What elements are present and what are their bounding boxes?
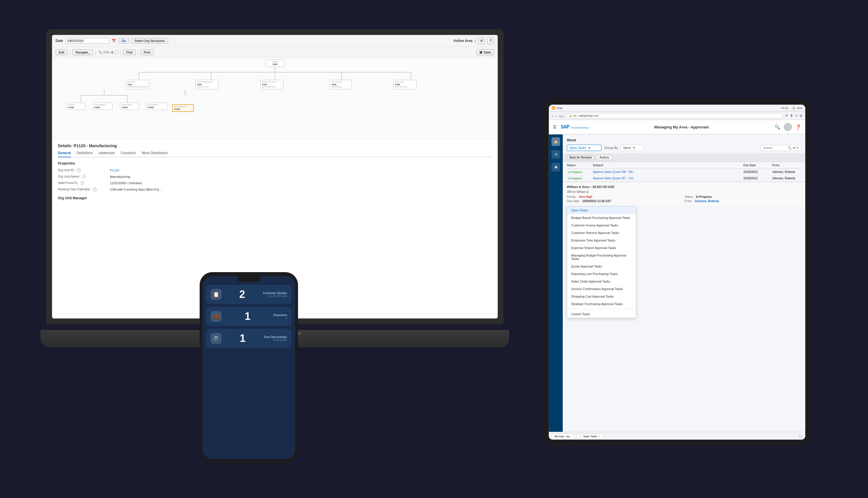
date-input[interactable] — [65, 38, 109, 44]
refresh-icon[interactable]: ↺ — [785, 114, 788, 118]
help-icon[interactable]: ? — [487, 37, 494, 44]
sidebar-star-icon[interactable]: ✱ — [552, 163, 560, 171]
close-tab-icon[interactable]: ✕ — [598, 435, 600, 438]
phone-card-2[interactable]: 💼 1 Expenses 0 — [206, 307, 292, 326]
dropdown-item-customer-returns[interactable]: Customer Returns Approval Tasks — [567, 229, 636, 237]
share-icon[interactable]: ⬆ — [790, 114, 793, 118]
tab-general[interactable]: General — [58, 151, 71, 157]
subject-link-1[interactable]: Approve Sales Quote 286 - Wil... — [593, 170, 743, 173]
col-from: From — [772, 164, 801, 167]
back-for-revision-btn[interactable]: Back for Revision — [567, 155, 595, 160]
help-icon[interactable]: ❓ — [795, 124, 801, 130]
tab-work-distribution[interactable]: Work Distribution — [142, 151, 168, 157]
fullscreen-icon[interactable]: ⛶ — [115, 50, 118, 54]
browser-forward-btn[interactable]: › — [555, 114, 556, 118]
open-tasks-dropdown[interactable]: Open Tasks ▼ — [567, 145, 601, 151]
select-org-button[interactable]: Select Org Structures — [131, 38, 168, 44]
dropdown-item-employee-time[interactable]: Employee Time Approval Tasks — [567, 237, 636, 244]
table-row-1[interactable]: In Progress Approve Sales Quote 286 - Wi… — [567, 169, 801, 175]
battery-value: 51% — [797, 107, 802, 109]
card-1-icon: 📋 — [211, 289, 222, 300]
dropdown-item-sales-order[interactable]: Sales Order Approval Tasks — [567, 278, 636, 285]
dropdown-item-budget[interactable]: Budget Based Purchasing Approval Tasks — [567, 214, 636, 222]
card-3-sub: 10:00 Hours — [263, 339, 287, 342]
bottom-tab-2[interactable]: 📄 Open Tasks ✕ — [576, 434, 603, 439]
fullscreen-icon-bottom[interactable]: ⛶ — [800, 435, 802, 438]
browser-back-btn[interactable]: ‹ — [552, 114, 553, 118]
go-button[interactable]: Go — [118, 38, 129, 44]
tab-definitions[interactable]: Definitions — [77, 151, 93, 157]
tab-addresses[interactable]: Addresses — [99, 151, 115, 157]
bottom-tab-1-label: My Area - Ap... — [554, 435, 571, 438]
table-label: Table — [483, 51, 491, 54]
refresh-icon[interactable]: ↺ — [478, 37, 485, 44]
zoom-value: 27% — [103, 51, 110, 54]
actions-btn[interactable]: Actions, — [597, 155, 612, 160]
tabs-icon[interactable]: ⧉ — [800, 114, 802, 118]
bottom-tab-1[interactable]: My Area - Ap... — [552, 434, 574, 439]
phone-card-1[interactable]: 📋 2 Customer Quotes 112,357.50 USD — [206, 285, 292, 304]
dropdown-item-quote[interactable]: Quote Approval Tasks — [567, 263, 636, 270]
card-2-sub: 0 — [273, 317, 287, 319]
phone-content: 📋 2 Customer Quotes 112,357.50 USD 💼 1 E… — [203, 276, 295, 351]
work-section-label: Work — [563, 134, 805, 145]
zoom-plus-icon[interactable]: ⊕ — [111, 50, 114, 54]
org-chart-area: Posting P300 Antfra Nu... P310 Carleton … — [52, 58, 498, 139]
card-2-number: 1 — [225, 310, 270, 323]
tablet: 📶 iPad 07:19 🔋 51% ‹ › 📖 🔒 my .sapbydesi… — [544, 99, 810, 446]
dropdown-item-open-tasks[interactable]: Open Tasks — [567, 207, 636, 214]
edit-button[interactable]: Edit — [55, 50, 67, 55]
url-bar[interactable]: 🔒 my .sapbydesign.com — [566, 113, 783, 118]
work-day-label: Working Day Calendar: ? — [58, 187, 110, 192]
group-by-select[interactable]: None ▼ — [621, 145, 644, 151]
print-button[interactable]: Print — [141, 50, 154, 55]
prop-row-orgid: Org Unit ID: ? P1120 — [58, 168, 492, 172]
hamburger-menu-btn[interactable]: ☰ — [553, 124, 557, 129]
info-icon-4[interactable]: ? — [93, 187, 97, 192]
user-avatar[interactable] — [784, 123, 792, 131]
dropdown-item-shopping-cart[interactable]: Shopping Cart Approval Tasks — [567, 293, 636, 300]
filter-icon[interactable]: ▽ — [796, 146, 799, 149]
info-icon-2[interactable]: ? — [82, 175, 86, 179]
card-2-icon: 💼 — [211, 311, 222, 322]
dropdown-item-service-confirmation[interactable]: Service Confirmation Approval Tasks — [567, 285, 636, 293]
dropdown-item-expense-report[interactable]: Expense Report Approval Tasks — [567, 244, 636, 252]
table-button[interactable]: ▦ Table — [476, 49, 494, 55]
sap-sidebar: 🏠 ↺ ✱ — [549, 134, 563, 432]
subject-link-2[interactable]: Approve Sales Quote 287 - Unl... — [593, 177, 743, 180]
add-tab-icon[interactable]: + — [795, 114, 798, 118]
table-row-2[interactable]: In Progress Approve Sales Quote 287 - Un… — [567, 175, 801, 182]
search-icon-inner[interactable]: 🔍 — [788, 146, 792, 150]
search-icon[interactable]: 🔍 — [775, 124, 780, 130]
sap-header-icons: 🔍 ❓ — [775, 123, 801, 131]
dropdown-item-managing-budget[interactable]: Managing Budget Purchasing Approval Task… — [567, 252, 636, 263]
active-area-group: Active Area | ↺ ? — [453, 37, 494, 44]
dropdown-item-strategic[interactable]: Strategic Purchasing Approval Tasks — [567, 300, 636, 308]
zoom-minus-icon[interactable]: 🔍 — [98, 50, 102, 54]
detail-panel: William & Sons - 65,937.50 USD 286 for W… — [563, 182, 805, 206]
info-icon-3[interactable]: ? — [80, 181, 84, 185]
status-badge-1: In Progress — [567, 170, 583, 174]
sidebar-refresh-icon[interactable]: ↺ — [552, 150, 560, 159]
calendar-icon[interactable]: 📅 — [112, 39, 116, 43]
tab-functions[interactable]: Functions — [121, 151, 136, 157]
col-status: Status — [567, 164, 593, 167]
dropdown-item-customer-invoice[interactable]: Customer Invoice Approval Tasks — [567, 222, 636, 229]
refresh-icon-small[interactable]: ↺ — [793, 146, 795, 149]
dropdown-item-reporting-line[interactable]: Reporting Line Purchasing Tasks — [567, 270, 636, 278]
search-input[interactable] — [763, 146, 787, 149]
sidebar-home-icon[interactable]: 🏠 — [552, 137, 560, 146]
scene: Date 📅 Go Select Org Structures Active A… — [29, 18, 839, 480]
tab-doc-icon: 📄 — [579, 435, 582, 438]
info-icon-1[interactable]: ? — [77, 168, 81, 172]
sap-main-content: Work Open Tasks ▼ Group By None ▼ — [563, 134, 805, 432]
dropdown-item-closed-tasks[interactable]: Closed Tasks — [567, 310, 636, 318]
org-chart-lines — [52, 58, 498, 139]
phone-card-3[interactable]: ⏱ 1 Time Recordings 10:00 Hours — [206, 329, 292, 348]
navigate-button[interactable]: Navigate_ — [72, 50, 93, 55]
find-button[interactable]: Find — [123, 50, 136, 55]
card-3-icon: ⏱ — [211, 333, 222, 344]
browser-bookmarks-btn[interactable]: 📖 — [559, 114, 563, 118]
laptop-toolbar-1: Date 📅 Go Select Org Structures Active A… — [52, 35, 498, 47]
org-id-value: P1120 — [110, 169, 119, 172]
